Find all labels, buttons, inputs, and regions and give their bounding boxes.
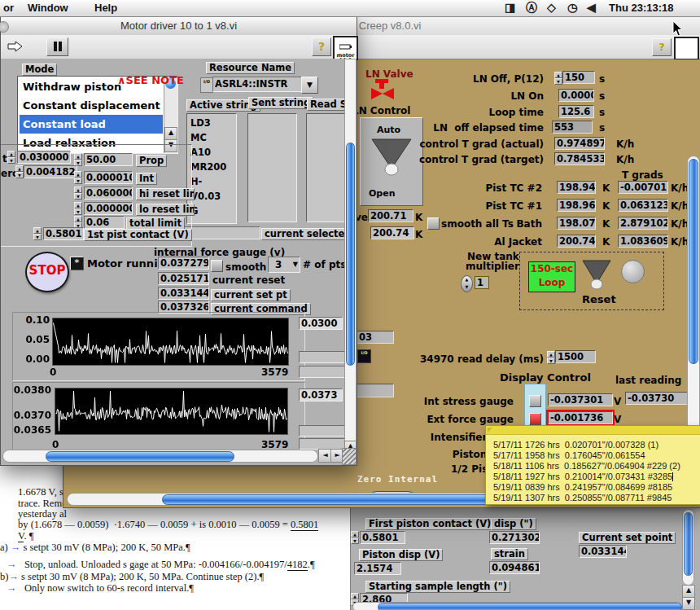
mode-scrollbar[interactable]: ▲ ▼ bbox=[164, 77, 177, 153]
prop-stepper[interactable]: ▲▼ bbox=[74, 153, 82, 166]
mode-listbox[interactable]: Withdraw piston Constant displacement ra… bbox=[17, 76, 178, 154]
pid-field-2[interactable]: 0.004182 bbox=[24, 165, 77, 178]
ln-off-label: LN Off, P(12) bbox=[381, 74, 544, 85]
g1-ymid: 0.05 bbox=[17, 334, 50, 345]
current-reset-label: current reset bbox=[212, 275, 285, 286]
volume-icon[interactable]: ◀ bbox=[587, 1, 596, 14]
g1-ymin: 0.00 bbox=[17, 353, 50, 365]
doc-line: b)→ s setpt 30 mV (8 MPa); 200 K, 50 MPa… bbox=[0, 571, 264, 583]
pid-field-1[interactable]: 0.030000 bbox=[17, 151, 71, 164]
piston-disp-label: Piston disp (V) bbox=[359, 549, 443, 561]
g2-ymax: 0.0380 bbox=[12, 384, 51, 396]
panel-horizontal-scrollbar-thumb[interactable] bbox=[378, 603, 682, 610]
creep-vertical-scrollbar-thumb[interactable] bbox=[689, 159, 698, 364]
motor-running-led[interactable]: * bbox=[70, 257, 84, 270]
reset-circle-button[interactable] bbox=[621, 260, 645, 283]
current-selected-field[interactable] bbox=[184, 226, 260, 239]
ifg-field: 0.037279 bbox=[158, 257, 209, 270]
resource-combo[interactable]: I/O ASRL4::INSTR ▼ bbox=[200, 76, 318, 93]
read-string-list[interactable] bbox=[306, 113, 347, 222]
airport-icon[interactable]: ◇ bbox=[547, 1, 556, 14]
new-tank-stepper[interactable]: ▲▼ bbox=[461, 275, 473, 292]
motor-driver-window[interactable]: Motor driver 10 to 1 v8.vi ? motor10:1 M… bbox=[0, 16, 357, 466]
motor-horizontal-scrollbar[interactable] bbox=[2, 450, 318, 463]
pist-tc2-label: Pist TC #2 bbox=[420, 183, 542, 194]
bath-field: 198.07 bbox=[557, 217, 596, 230]
mode-item-selected[interactable]: Constant load bbox=[20, 115, 163, 134]
hi-reset-field[interactable]: 0.060000 bbox=[84, 187, 133, 200]
resource-value[interactable]: ASRL4::INSTR bbox=[212, 77, 303, 92]
mode-scroll-up[interactable]: ▲ bbox=[164, 127, 177, 140]
panel-vertical-scrollbar-thumb[interactable] bbox=[684, 512, 693, 576]
piston-disp-field[interactable]: 2.1574 bbox=[354, 562, 401, 575]
first-piston-contact-stepper[interactable]: ▲▼ bbox=[351, 531, 359, 544]
reset-knob[interactable] bbox=[580, 258, 613, 291]
panel-horizontal-scrollbar[interactable] bbox=[352, 602, 682, 610]
ext-force-gauge-toggle[interactable] bbox=[529, 413, 541, 425]
mode-label: Mode bbox=[22, 64, 57, 76]
panel-scroll-up-button[interactable]: ▲ bbox=[682, 585, 695, 598]
ln-off-field[interactable]: 150 bbox=[562, 71, 595, 84]
read-delay-stepper[interactable]: ▲▼ bbox=[547, 351, 555, 364]
num-pts-label: # of pts bbox=[303, 260, 346, 270]
keyboard-layout-icon[interactable]: Ⓐ bbox=[526, 1, 537, 15]
vi-icon[interactable] bbox=[674, 37, 699, 60]
menu-window[interactable]: Window bbox=[28, 2, 68, 14]
sent-string-list[interactable] bbox=[247, 113, 297, 222]
panel-scroll-down-button[interactable]: ▼ bbox=[682, 597, 695, 610]
disp-field[interactable]: 0.271302 bbox=[489, 531, 540, 544]
num-pts-dropdown[interactable]: 3 ▼ bbox=[268, 257, 300, 273]
display-icon[interactable]: ◨ bbox=[505, 1, 515, 14]
motor-vertical-scrollbar[interactable] bbox=[344, 59, 357, 441]
int-field[interactable]: 0.000010 bbox=[84, 171, 133, 184]
ln-off-stepper[interactable]: ▲▼ bbox=[554, 72, 562, 85]
vi-icon[interactable]: motor10:1 bbox=[333, 36, 358, 60]
first-piston-contact-field[interactable]: 0.5801 bbox=[360, 531, 405, 544]
menu-fragment[interactable]: or bbox=[3, 2, 14, 14]
al-jacket-grad-field: 1.083609 bbox=[618, 235, 668, 248]
first-pist-contact-stepper[interactable]: ▲▼ bbox=[33, 227, 42, 240]
pause-button[interactable] bbox=[46, 37, 68, 56]
temp-field-2[interactable]: 200.74 bbox=[370, 226, 414, 239]
force-gauge-graph bbox=[52, 318, 289, 366]
smooth-all-ts-button[interactable] bbox=[427, 217, 440, 230]
lo-reset-field[interactable]: 0.000000 bbox=[84, 202, 133, 215]
mode-item[interactable]: Constant displacement rate bbox=[20, 96, 163, 115]
hidden-white-field[interactable] bbox=[357, 384, 394, 397]
menu-help[interactable]: Help bbox=[94, 2, 117, 14]
help-button[interactable]: ? bbox=[652, 38, 672, 56]
pist-tc1-field: 198.96 bbox=[557, 199, 596, 212]
lo-reset-stepper[interactable]: ▲▼ bbox=[74, 202, 82, 215]
new-tank-field[interactable]: 1 bbox=[475, 276, 489, 289]
g1-value-field: 0.0300 bbox=[299, 317, 343, 330]
resource-dropdown-button[interactable]: ▼ bbox=[301, 77, 318, 94]
first-pist-contact-field[interactable]: 0.5801 bbox=[43, 227, 84, 240]
notes-tooltip[interactable]: 5/17/11 1726 hrs 0.020701"/0.007328 (1) … bbox=[485, 425, 700, 505]
smooth-toggle[interactable] bbox=[211, 260, 223, 272]
bath-grad-field: 2.879102 bbox=[618, 217, 668, 230]
read-delay-field[interactable]: 1500 bbox=[555, 350, 596, 363]
total-limit-field[interactable]: 0.06 bbox=[84, 216, 125, 229]
int-stress-gauge-toggle[interactable] bbox=[529, 395, 541, 407]
pid-stepper[interactable]: ▲▼ bbox=[15, 165, 24, 178]
motor-horizontal-scrollbar-thumb[interactable] bbox=[46, 451, 234, 462]
menubar-clock[interactable]: Thu 23:13:18 bbox=[609, 2, 673, 14]
panel-vertical-scrollbar[interactable] bbox=[682, 509, 694, 586]
active-string-item: H- bbox=[190, 174, 236, 189]
motor-titlebar[interactable]: Motor driver 10 to 1 v8.vi bbox=[1, 17, 357, 36]
run-arrow-icon[interactable] bbox=[7, 41, 24, 52]
hi-reset-stepper[interactable]: ▲▼ bbox=[74, 187, 82, 200]
resize-grip[interactable] bbox=[342, 448, 357, 465]
pist-tc2-field: 198.94 bbox=[557, 181, 596, 194]
motor-vertical-scrollbar-thumb[interactable] bbox=[346, 143, 355, 366]
clock-sync-icon[interactable]: ◷ bbox=[567, 1, 577, 14]
stop-button[interactable]: STOP bbox=[25, 252, 69, 292]
doc-line: → Only now switch to 60-s record interva… bbox=[7, 582, 194, 595]
prop-field[interactable]: 50.00 bbox=[84, 153, 133, 166]
unit-k: K bbox=[415, 230, 422, 240]
int-stepper[interactable]: ▲▼ bbox=[74, 171, 82, 184]
pid-stepper[interactable]: ▲▼ bbox=[7, 151, 15, 164]
strain-field[interactable]: 0.094861 bbox=[489, 561, 540, 574]
current-set-point-field[interactable]: 0.033144 bbox=[579, 545, 627, 558]
help-button[interactable]: ? bbox=[312, 37, 331, 56]
